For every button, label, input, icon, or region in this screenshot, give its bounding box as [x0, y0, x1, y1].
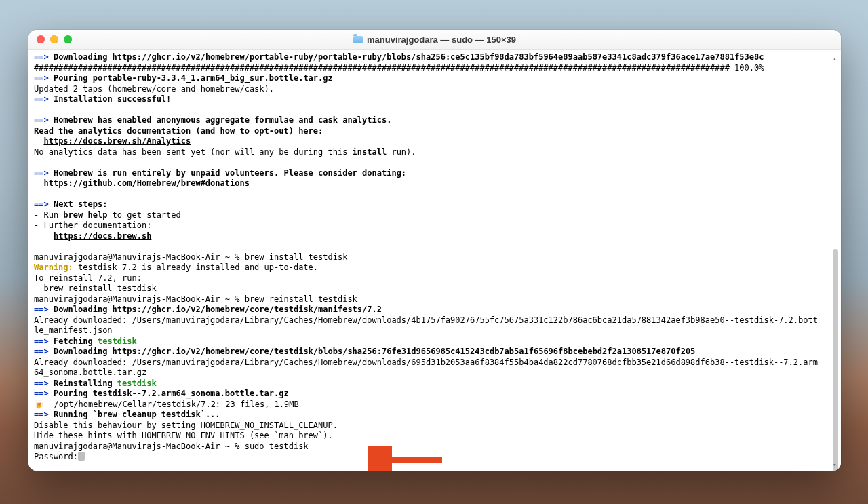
- output-line: - Further documentation:: [34, 220, 151, 230]
- traffic-lights: [28, 35, 72, 43]
- output-line: Homebrew is run entirely by unpaid volun…: [54, 168, 406, 178]
- scrollbar[interactable]: ▴ ▾: [830, 52, 840, 468]
- output-line: To reinstall 7.2, run:: [34, 273, 142, 283]
- output-line: - Run: [34, 210, 63, 220]
- output-line: Downloading https://ghcr.io/v2/homebrew/…: [54, 52, 764, 62]
- link[interactable]: https://github.com/Homebrew/brew#donatio…: [43, 178, 249, 188]
- output-line: Next steps:: [54, 199, 107, 209]
- prompt-line: manuvirajgodara@Manuvirajs-MacBook-Air ~…: [34, 252, 347, 262]
- output-line: to get started: [107, 210, 180, 220]
- scroll-up-icon[interactable]: ▴: [831, 54, 838, 60]
- prompt-line: manuvirajgodara@Manuvirajs-MacBook-Air ~…: [34, 442, 309, 451]
- terminal-output[interactable]: ==> Downloading https://ghcr.io/v2/homeb…: [28, 50, 841, 471]
- output-line: Updated 2 taps (homebrew/core and homebr…: [34, 84, 274, 94]
- output-line: testdisk 7.2 is already installed and up…: [73, 263, 318, 272]
- output-line: Pouring portable-ruby-3.3.4_1.arm64_big_…: [54, 73, 333, 83]
- output-line: Read the analytics documentation (and ho…: [34, 126, 323, 136]
- output-line: brew help: [63, 210, 107, 220]
- output-line: testdisk: [117, 379, 157, 388]
- link[interactable]: https://docs.brew.sh: [54, 231, 152, 241]
- arrow-icon: ==>: [34, 199, 49, 209]
- arrow-icon: ==>: [34, 379, 49, 388]
- arrow-icon: ==>: [34, 73, 49, 83]
- zoom-icon[interactable]: [64, 35, 72, 43]
- output-line: Already downloaded: /Users/manuvirajgoda…: [34, 357, 821, 379]
- output-line: install: [353, 147, 387, 157]
- minimize-icon[interactable]: [50, 35, 58, 43]
- output-line: Homebrew has enabled anonymous aggregate…: [54, 115, 392, 125]
- scrollbar-thumb[interactable]: [833, 249, 838, 471]
- arrow-icon: ==>: [34, 336, 49, 346]
- arrow-icon: ==>: [34, 305, 49, 314]
- output-line: Installation successful!: [54, 94, 171, 104]
- title-text: manuvirajgodara — sudo — 150×39: [367, 35, 516, 45]
- arrow-icon: ==>: [34, 94, 49, 104]
- window-title: manuvirajgodara — sudo — 150×39: [28, 35, 841, 45]
- password-prompt: Password:: [34, 452, 78, 461]
- arrow-icon: ==>: [34, 410, 49, 419]
- output-line: 🍺 /opt/homebrew/Cellar/testdisk/7.2: 23 …: [34, 400, 299, 409]
- close-icon[interactable]: [37, 35, 45, 43]
- folder-icon: [353, 36, 363, 43]
- warning-label: Warning:: [34, 263, 73, 272]
- arrow-icon: ==>: [34, 347, 49, 356]
- scroll-down-icon[interactable]: ▾: [831, 460, 838, 467]
- prompt-line: manuvirajgodara@Manuvirajs-MacBook-Air ~…: [34, 294, 357, 304]
- output-line: Fetching: [54, 336, 93, 346]
- output-line: Downloading https://ghcr.io/v2/homebrew/…: [54, 347, 695, 356]
- titlebar: manuvirajgodara — sudo — 150×39: [28, 30, 841, 50]
- output-line: Disable this behaviour by setting HOMEBR…: [34, 421, 338, 430]
- arrow-icon: ==>: [34, 52, 49, 62]
- key-icon: [78, 452, 85, 461]
- link[interactable]: https://docs.brew.sh/Analytics: [43, 136, 191, 146]
- arrow-icon: ==>: [34, 115, 49, 125]
- arrow-icon: ==>: [34, 168, 49, 178]
- output-line: Pouring testdisk--7.2.arm64_sonoma.bottl…: [54, 389, 289, 398]
- output-line: brew reinstall testdisk: [34, 284, 157, 293]
- progress-line: ########################################…: [34, 63, 764, 73]
- output-line: Running `brew cleanup testdisk`...: [54, 410, 220, 419]
- output-line: Hide these hints with HOMEBREW_NO_ENV_HI…: [34, 431, 333, 440]
- output-line: testdisk: [98, 336, 137, 346]
- terminal-window: manuvirajgodara — sudo — 150×39 ==> Down…: [28, 30, 841, 471]
- output-line: run).: [387, 147, 416, 157]
- output-line: Already downloaded: /Users/manuvirajgoda…: [34, 315, 821, 336]
- output-line: Reinstalling: [54, 379, 113, 388]
- arrow-icon: ==>: [34, 389, 49, 398]
- output-line: Downloading https://ghcr.io/v2/homebrew/…: [54, 305, 382, 314]
- output-line: No analytics data has been sent yet (nor…: [34, 147, 353, 157]
